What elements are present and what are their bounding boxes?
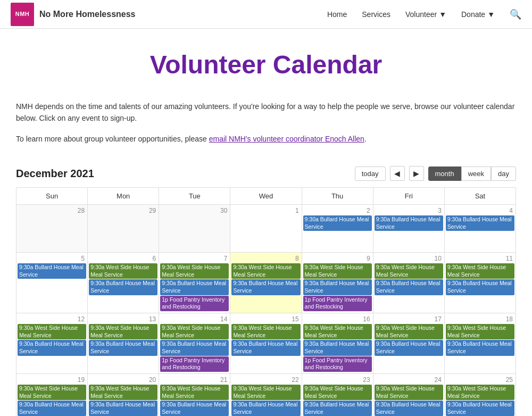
- intro-text-2: To learn more about group volunteer oppo…: [16, 133, 516, 145]
- brand: NMH No More Homelessness: [11, 3, 136, 26]
- event-westside[interactable]: 9:30a West Side House Meal Service: [446, 385, 514, 400]
- event-bullard[interactable]: 9:30a Bullard House Meal Service: [303, 401, 372, 416]
- event-foodpantry[interactable]: 1p Food Pantry Inventory and Restocking: [303, 356, 372, 372]
- day-cell: 25 9:30a West Side House Meal Service 9:…: [444, 373, 516, 416]
- event-westside[interactable]: 9:30a West Side House Meal Service: [446, 263, 514, 279]
- event-westside[interactable]: 9:30a West Side House Meal Service: [160, 324, 229, 339]
- event-westside[interactable]: 9:30a West Side House Meal Service: [18, 324, 86, 339]
- event-bullard[interactable]: 9:30a Bullard House Meal Service: [231, 401, 300, 416]
- table-row: 28 29 30 1 2 9:30a Bullard House Meal Se…: [16, 205, 516, 253]
- event-bullard[interactable]: 9:30a Bullard House Meal Service: [303, 279, 372, 295]
- event-bullard[interactable]: 9:30a Bullard House Meal Service: [303, 215, 372, 231]
- day-cell: 13 9:30a West Side House Meal Service 9:…: [88, 313, 159, 374]
- event-bullard[interactable]: 9:30a Bullard House Meal Service: [231, 279, 300, 295]
- event-bullard[interactable]: 9:30a Bullard House Meal Service: [446, 215, 514, 231]
- day-cell: 23 9:30a West Side House Meal Service 9:…: [302, 373, 373, 416]
- event-westside[interactable]: 9:30a West Side House Meal Service: [446, 324, 514, 339]
- event-bullard[interactable]: 9:30a Bullard House Meal Service: [446, 279, 514, 295]
- event-westside[interactable]: 9:30a West Side House Meal Service: [231, 263, 300, 279]
- event-westside[interactable]: 9:30a West Side House Meal Service: [89, 263, 157, 279]
- event-bullard[interactable]: 9:30a Bullard House Meal Service: [89, 279, 157, 295]
- email-volunteer-coordinator-link[interactable]: email NMH's volunteer coordinator Enoch …: [209, 135, 364, 143]
- event-westside[interactable]: 9:30a West Side House Meal Service: [89, 324, 157, 339]
- chevron-down-icon: ▼: [439, 10, 446, 19]
- event-westside[interactable]: 9:30a West Side House Meal Service: [231, 385, 300, 400]
- page-title: Volunteer Calendar: [16, 50, 516, 79]
- page-content: Volunteer Calendar NMH depends on the ti…: [5, 29, 527, 416]
- nav-bar: NMH No More Homelessness Home Services V…: [0, 0, 532, 29]
- today-button[interactable]: today: [355, 167, 386, 181]
- col-sat: Sat: [444, 188, 516, 205]
- day-cell: 22 9:30a West Side House Meal Service 9:…: [230, 373, 302, 416]
- event-bullard[interactable]: 9:30a Bullard House Meal Service: [375, 215, 443, 231]
- day-cell: 1: [230, 205, 302, 253]
- week-view-button[interactable]: week: [461, 167, 491, 181]
- intro-text-1: NMH depends on the time and talents of o…: [16, 101, 516, 124]
- day-cell: 9 9:30a West Side House Meal Service 9:3…: [302, 253, 373, 313]
- view-buttons: month week day: [428, 167, 516, 181]
- event-bullard[interactable]: 9:30a Bullard House Meal Service: [18, 263, 86, 279]
- calendar-month-title: December 2021: [16, 168, 94, 180]
- event-bullard[interactable]: 9:30a Bullard House Meal Service: [375, 279, 443, 295]
- col-fri: Fri: [373, 188, 444, 205]
- event-westside[interactable]: 9:30a West Side House Meal Service: [303, 324, 372, 339]
- event-bullard[interactable]: 9:30a Bullard House Meal Service: [446, 401, 514, 416]
- event-bullard[interactable]: 9:30a Bullard House Meal Service: [18, 340, 86, 355]
- next-button[interactable]: ▶: [409, 166, 424, 181]
- event-bullard[interactable]: 9:30a Bullard House Meal Service: [160, 340, 229, 355]
- day-cell: 5 9:30a Bullard House Meal Service: [16, 253, 88, 313]
- col-sun: Sun: [16, 188, 88, 205]
- event-foodpantry[interactable]: 1p Food Pantry Inventory and Restocking: [160, 356, 229, 372]
- month-view-button[interactable]: month: [428, 167, 461, 181]
- day-view-button[interactable]: day: [491, 167, 516, 181]
- event-westside[interactable]: 9:30a West Side House Meal Service: [375, 324, 443, 339]
- event-westside[interactable]: 9:30a West Side House Meal Service: [160, 263, 229, 279]
- day-cell: 11 9:30a West Side House Meal Service 9:…: [444, 253, 516, 313]
- event-bullard[interactable]: 9:30a Bullard House Meal Service: [18, 401, 86, 416]
- day-cell: 30: [159, 205, 230, 253]
- event-westside[interactable]: 9:30a West Side House Meal Service: [303, 385, 372, 400]
- day-cell: 16 9:30a West Side House Meal Service 9:…: [302, 313, 373, 374]
- event-bullard[interactable]: 9:30a Bullard House Meal Service: [375, 401, 443, 416]
- day-cell: 29: [88, 205, 159, 253]
- nav-donate[interactable]: Donate ▼: [461, 10, 495, 19]
- chevron-down-icon: ▼: [487, 10, 495, 19]
- day-cell: 18 9:30a West Side House Meal Service 9:…: [444, 313, 516, 374]
- search-icon[interactable]: 🔍: [510, 9, 521, 20]
- day-cell: 17 9:30a West Side House Meal Service 9:…: [373, 313, 444, 374]
- event-bullard[interactable]: 9:30a Bullard House Meal Service: [160, 279, 229, 295]
- event-bullard[interactable]: 9:30a Bullard House Meal Service: [303, 340, 372, 355]
- day-cell: 8 9:30a West Side House Meal Service 9:3…: [230, 253, 302, 313]
- table-row: 19 9:30a West Side House Meal Service 9:…: [16, 373, 516, 416]
- event-westside[interactable]: 9:30a West Side House Meal Service: [375, 263, 443, 279]
- col-mon: Mon: [88, 188, 159, 205]
- calendar-day-headers: Sun Mon Tue Wed Thu Fri Sat: [16, 188, 516, 205]
- nav-volunteer[interactable]: Volunteer ▼: [405, 10, 446, 19]
- day-cell: 24 9:30a West Side House Meal Service 9:…: [373, 373, 444, 416]
- event-bullard[interactable]: 9:30a Bullard House Meal Service: [231, 340, 300, 355]
- event-westside[interactable]: 9:30a West Side House Meal Service: [18, 385, 86, 400]
- logo: NMH: [11, 3, 34, 26]
- event-bullard[interactable]: 9:30a Bullard House Meal Service: [446, 340, 514, 355]
- event-foodpantry[interactable]: 1p Food Pantry Inventory and Restocking: [160, 296, 229, 311]
- nav-home[interactable]: Home: [327, 10, 347, 19]
- nav-services[interactable]: Services: [362, 10, 390, 19]
- event-westside[interactable]: 9:30a West Side House Meal Service: [160, 385, 229, 400]
- event-foodpantry[interactable]: 1p Food Pantry Inventory and Restocking: [303, 296, 372, 311]
- day-cell: 28: [16, 205, 88, 253]
- day-cell: 15 9:30a West Side House Meal Service 9:…: [230, 313, 302, 374]
- event-westside[interactable]: 9:30a West Side House Meal Service: [231, 324, 300, 339]
- event-bullard[interactable]: 9:30a Bullard House Meal Service: [89, 401, 157, 416]
- event-westside[interactable]: 9:30a West Side House Meal Service: [89, 385, 157, 400]
- event-westside[interactable]: 9:30a West Side House Meal Service: [303, 263, 372, 279]
- day-cell: 7 9:30a West Side House Meal Service 9:3…: [159, 253, 230, 313]
- event-bullard[interactable]: 9:30a Bullard House Meal Service: [375, 340, 443, 355]
- event-bullard[interactable]: 9:30a Bullard House Meal Service: [160, 401, 229, 416]
- prev-button[interactable]: ◀: [390, 166, 405, 181]
- event-bullard[interactable]: 9:30a Bullard House Meal Service: [89, 340, 157, 355]
- calendar-grid: Sun Mon Tue Wed Thu Fri Sat 28 29 30 1: [16, 187, 516, 416]
- event-westside[interactable]: 9:30a West Side House Meal Service: [375, 385, 443, 400]
- calendar-container: December 2021 today ◀ ▶ month week day S…: [16, 166, 516, 416]
- col-tue: Tue: [159, 188, 230, 205]
- day-cell: 12 9:30a West Side House Meal Service 9:…: [16, 313, 88, 374]
